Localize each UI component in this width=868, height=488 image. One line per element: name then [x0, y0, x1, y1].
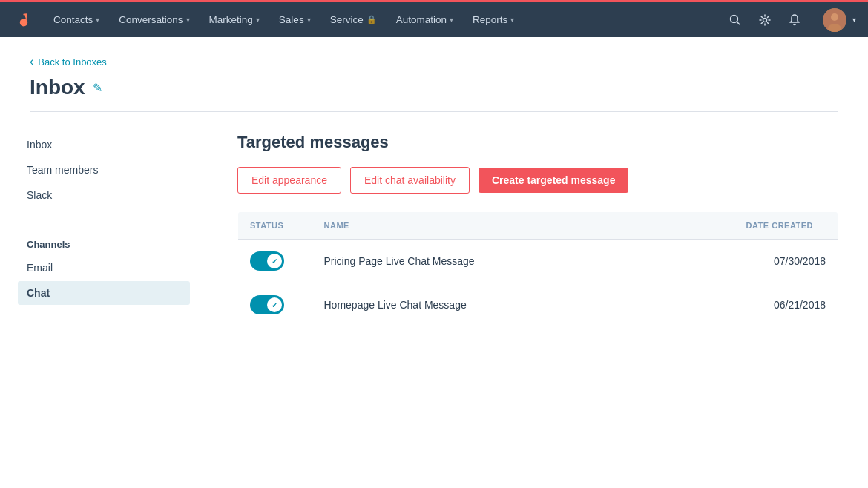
nav-reports-label: Reports [473, 14, 507, 25]
sidebar: Inbox Team members Slack Channels Email … [0, 112, 208, 488]
top-navigation: Contacts ▾ Conversations ▾ Marketing ▾ S… [0, 0, 868, 37]
toggle-knob-2: ✓ [267, 297, 282, 312]
targeted-messages-title: Targeted messages [237, 133, 838, 152]
nav-automation-label: Automation [396, 14, 447, 25]
sidebar-chat-label: Chat [27, 287, 50, 299]
toggle-knob-1: ✓ [267, 254, 282, 268]
sidebar-item-team-members[interactable]: Team members [18, 158, 190, 182]
sidebar-divider [18, 222, 190, 222]
edit-chat-availability-button[interactable]: Edit chat availability [350, 167, 470, 194]
table-row: ✓ Pricing Page Live Chat Message 07/30/2… [238, 240, 838, 283]
svg-point-7 [831, 13, 838, 21]
avatar-chevron-icon[interactable]: ▾ [852, 16, 856, 24]
svg-rect-2 [23, 13, 27, 15]
sidebar-item-email[interactable]: Email [18, 256, 190, 280]
hubspot-logo[interactable] [12, 8, 36, 32]
message-name-1: Pricing Page Live Chat Message [324, 255, 475, 267]
edit-pencil-icon[interactable]: ✎ [93, 81, 102, 95]
sidebar-item-slack[interactable]: Slack [18, 183, 190, 207]
create-targeted-message-button[interactable]: Create targeted message [479, 168, 629, 193]
main-content: Targeted messages Edit appearance Edit c… [208, 112, 868, 488]
nav-items-list: Contacts ▾ Conversations ▾ Marketing ▾ S… [45, 8, 723, 31]
chevron-down-icon: ▾ [450, 16, 453, 24]
nav-conversations-label: Conversations [119, 14, 183, 25]
page-title-row: Inbox ✎ [30, 76, 838, 99]
table-cell-date-2: 06/21/2018 [734, 283, 838, 327]
table-cell-date-1: 07/30/2018 [734, 240, 838, 283]
chevron-down-icon: ▾ [186, 16, 190, 24]
nav-item-sales[interactable]: Sales ▾ [270, 8, 320, 31]
table-header: STATUS NAME DATE CREATED [238, 212, 838, 240]
search-button[interactable] [723, 7, 748, 33]
table-cell-name-2: Homepage Live Chat Message [312, 283, 734, 327]
page-title: Inbox [30, 76, 85, 99]
sidebar-top-section: Inbox Team members Slack [18, 133, 190, 207]
column-header-status: STATUS [238, 212, 312, 240]
settings-button[interactable] [752, 7, 777, 33]
sidebar-channels-section: Channels Email Chat [18, 234, 190, 305]
table-cell-status-1: ✓ [238, 240, 312, 283]
status-toggle-2[interactable]: ✓ [250, 295, 284, 314]
table-cell-name-1: Pricing Page Live Chat Message [312, 240, 734, 283]
sidebar-item-inbox[interactable]: Inbox [18, 133, 190, 156]
toggle-check-icon: ✓ [272, 257, 277, 266]
chevron-down-icon: ▾ [307, 16, 311, 24]
svg-point-5 [763, 18, 767, 22]
svg-point-0 [22, 20, 27, 25]
table-cell-status-2: ✓ [238, 283, 312, 327]
sidebar-slack-label: Slack [27, 189, 52, 201]
status-toggle-1[interactable]: ✓ [250, 251, 284, 271]
column-header-date-created: DATE CREATED [734, 212, 838, 240]
edit-appearance-button[interactable]: Edit appearance [237, 167, 341, 194]
breadcrumb[interactable]: ‹ Back to Inboxes [30, 55, 838, 68]
toggle-wrapper-1: ✓ [250, 251, 300, 271]
sidebar-team-members-label: Team members [27, 164, 98, 176]
column-header-name: NAME [312, 212, 734, 240]
lock-icon: 🔒 [366, 15, 377, 24]
messages-table: STATUS NAME DATE CREATED ✓ [237, 211, 838, 327]
message-name-2: Homepage Live Chat Message [324, 299, 467, 311]
nav-divider [815, 11, 815, 29]
chevron-down-icon: ▾ [510, 16, 514, 24]
nav-item-service[interactable]: Service 🔒 [321, 8, 386, 31]
nav-item-automation[interactable]: Automation ▾ [387, 8, 462, 31]
avatar[interactable] [823, 8, 846, 32]
toggle-wrapper-2: ✓ [250, 295, 300, 314]
page-header: ‹ Back to Inboxes Inbox ✎ [0, 37, 868, 112]
notifications-button[interactable] [782, 7, 807, 33]
sidebar-inbox-label: Inbox [27, 139, 52, 151]
sidebar-item-chat[interactable]: Chat [18, 281, 190, 305]
message-date-2: 06/21/2018 [774, 299, 826, 311]
action-buttons-row: Edit appearance Edit chat availability C… [237, 167, 838, 194]
nav-item-reports[interactable]: Reports ▾ [464, 8, 523, 31]
body-container: Inbox Team members Slack Channels Email … [0, 112, 868, 488]
page-container: ‹ Back to Inboxes Inbox ✎ Inbox Team mem… [0, 37, 868, 488]
nav-service-label: Service [330, 14, 364, 25]
breadcrumb-arrow-icon: ‹ [30, 55, 33, 68]
chevron-down-icon: ▾ [96, 16, 99, 24]
nav-item-conversations[interactable]: Conversations ▾ [110, 8, 198, 31]
nav-item-contacts[interactable]: Contacts ▾ [45, 8, 108, 31]
table-header-row: STATUS NAME DATE CREATED [238, 212, 838, 240]
svg-line-4 [737, 22, 740, 24]
nav-marketing-label: Marketing [209, 14, 253, 25]
nav-contacts-label: Contacts [53, 14, 93, 25]
table-body: ✓ Pricing Page Live Chat Message 07/30/2… [238, 240, 838, 327]
message-date-1: 07/30/2018 [774, 255, 826, 267]
nav-sales-label: Sales [279, 14, 304, 25]
table-row: ✓ Homepage Live Chat Message 06/21/2018 [238, 283, 838, 327]
nav-item-marketing[interactable]: Marketing ▾ [200, 8, 269, 31]
chevron-down-icon: ▾ [256, 16, 260, 24]
channels-section-title: Channels [18, 234, 190, 253]
nav-right-icons: ▾ [723, 7, 856, 33]
toggle-check-icon: ✓ [272, 301, 277, 309]
breadcrumb-text: Back to Inboxes [38, 56, 107, 67]
sidebar-email-label: Email [27, 262, 53, 274]
